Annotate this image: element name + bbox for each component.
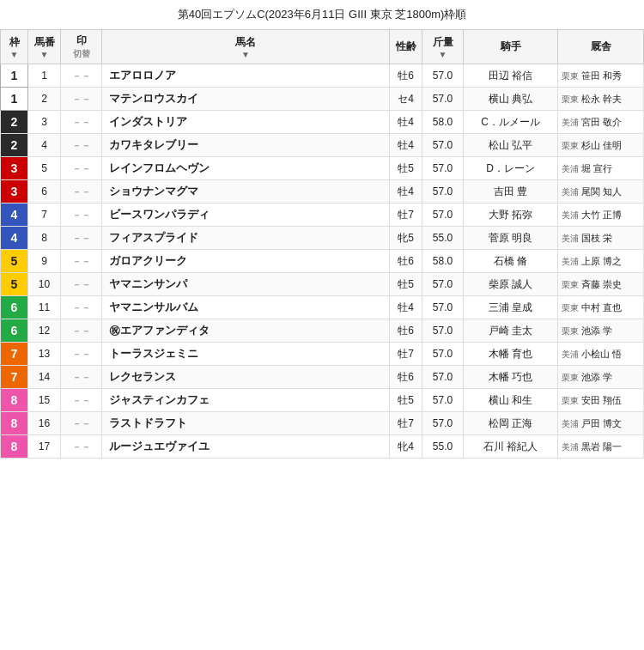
cell-basha: 栗東 池添 学 [558,366,644,389]
cell-uma: ショウナンマグマ [102,180,390,204]
cell-shirushi: －－ [61,319,102,343]
cell-seire: 牡4 [390,180,422,204]
cell-kishi: 横山 和生 [464,389,558,412]
cell-bango: 9 [28,250,61,273]
cell-seire: 牡7 [390,412,422,435]
cell-seire: 牡7 [390,343,422,366]
cell-waku: 3 [1,157,28,180]
cell-waku: 3 [1,180,28,204]
cell-uma: ヤマニンサンパ [102,273,390,296]
cell-waku: 1 [1,64,28,88]
race-table-wrapper: 枠 ▼ 馬番 ▼ 印 切替 馬名 ▼ 性齢 斤量 ▼ [0,29,644,459]
cell-basha: 栗東 杉山 佳明 [558,134,644,157]
cell-basha: 栗東 笹田 和秀 [558,64,644,88]
cell-basha: 栗東 中村 直也 [558,296,644,319]
cell-seire: 牡6 [390,319,422,343]
table-row: 6 12 －－ ㊗エアファンディタ 牡6 57.0 戸崎 圭太 栗東 池添 学 [1,319,644,343]
table-row: 1 2 －－ マテンロウスカイ セ4 57.0 横山 典弘 栗東 松永 幹夫 [1,88,644,111]
cell-kishi: 三浦 皇成 [464,296,558,319]
cell-kishi: 木幡 巧也 [464,366,558,389]
cell-shirushi: －－ [61,204,102,227]
header-kinryo: 斤量 ▼ [422,30,464,64]
cell-seire: 牡6 [390,366,422,389]
cell-uma: レインフロムヘヴン [102,157,390,180]
table-row: 8 17 －－ ルージュエヴァイユ 牝4 55.0 石川 裕紀人 美浦 黒岩 陽… [1,435,644,459]
cell-uma: ガロアクリーク [102,250,390,273]
cell-kinryo: 58.0 [422,111,464,134]
cell-basha: 美浦 宮田 敬介 [558,111,644,134]
cell-bango: 5 [28,157,61,180]
cell-kishi: D．レーン [464,157,558,180]
cell-waku: 2 [1,111,28,134]
cell-kinryo: 57.0 [422,319,464,343]
cell-shirushi: －－ [61,389,102,412]
cell-shirushi: －－ [61,157,102,180]
cell-basha: 美浦 大竹 正博 [558,204,644,227]
cell-uma: インダストリア [102,111,390,134]
cell-basha: 栗東 池添 学 [558,319,644,343]
header-shirushi: 印 切替 [61,30,102,64]
table-row: 3 6 －－ ショウナンマグマ 牡4 57.0 吉田 豊 美浦 尾関 知人 [1,180,644,204]
cell-kishi: 木幡 育也 [464,343,558,366]
race-table: 枠 ▼ 馬番 ▼ 印 切替 馬名 ▼ 性齢 斤量 ▼ [0,29,644,459]
cell-seire: 牡7 [390,204,422,227]
cell-shirushi: －－ [61,111,102,134]
cell-seire: 牡6 [390,250,422,273]
cell-uma: カワキタレブリー [102,134,390,157]
cell-seire: 牡4 [390,111,422,134]
table-row: 4 8 －－ フィアスプライド 牝5 55.0 菅原 明良 美浦 国枝 栄 [1,227,644,250]
cell-bango: 3 [28,111,61,134]
cell-seire: 牡5 [390,389,422,412]
cell-seire: 牝5 [390,227,422,250]
cell-uma: ジャスティンカフェ [102,389,390,412]
cell-basha: 美浦 国枝 栄 [558,227,644,250]
cell-kinryo: 58.0 [422,250,464,273]
cell-kishi: 大野 拓弥 [464,204,558,227]
table-row: 4 7 －－ ビースワンパラディ 牡7 57.0 大野 拓弥 美浦 大竹 正博 [1,204,644,227]
cell-kishi: 田辺 裕信 [464,64,558,88]
cell-kinryo: 57.0 [422,389,464,412]
cell-waku: 5 [1,250,28,273]
cell-uma: マテンロウスカイ [102,88,390,111]
cell-uma: フィアスプライド [102,227,390,250]
cell-bango: 2 [28,88,61,111]
cell-basha: 美浦 小桧山 悟 [558,343,644,366]
cell-bango: 16 [28,412,61,435]
cell-kishi: C．ルメール [464,111,558,134]
cell-basha: 美浦 黒岩 陽一 [558,435,644,459]
header-seire: 性齢 [390,30,422,64]
cell-bango: 6 [28,180,61,204]
cell-basha: 美浦 戸田 博文 [558,412,644,435]
cell-basha: 栗東 斉藤 崇史 [558,273,644,296]
cell-shirushi: －－ [61,273,102,296]
cell-seire: 牡5 [390,157,422,180]
table-row: 3 5 －－ レインフロムヘヴン 牡5 57.0 D．レーン 美浦 堀 宣行 [1,157,644,180]
table-row: 7 14 －－ レクセランス 牡6 57.0 木幡 巧也 栗東 池添 学 [1,366,644,389]
cell-shirushi: －－ [61,343,102,366]
cell-waku: 8 [1,389,28,412]
cell-waku: 1 [1,88,28,111]
cell-kinryo: 57.0 [422,412,464,435]
cell-uma: ヤマニンサルバム [102,296,390,319]
header-bango: 馬番 ▼ [28,30,61,64]
cell-bango: 8 [28,227,61,250]
header-basha: 厩舎 [558,30,644,64]
cell-shirushi: －－ [61,250,102,273]
cell-uma: ルージュエヴァイユ [102,435,390,459]
cell-kishi: 戸崎 圭太 [464,319,558,343]
header-uma: 馬名 ▼ [102,30,390,64]
cell-kinryo: 57.0 [422,296,464,319]
cell-kishi: 石橋 脩 [464,250,558,273]
cell-uma: ㊗エアファンディタ [102,319,390,343]
table-row: 5 10 －－ ヤマニンサンパ 牡5 57.0 柴原 誠人 栗東 斉藤 崇史 [1,273,644,296]
cell-basha: 美浦 堀 宣行 [558,157,644,180]
cell-kinryo: 57.0 [422,64,464,88]
table-row: 8 15 －－ ジャスティンカフェ 牡5 57.0 横山 和生 栗東 安田 翔伍 [1,389,644,412]
table-row: 2 3 －－ インダストリア 牡4 58.0 C．ルメール 美浦 宮田 敬介 [1,111,644,134]
cell-kishi: 柴原 誠人 [464,273,558,296]
cell-kishi: 石川 裕紀人 [464,435,558,459]
cell-seire: セ4 [390,88,422,111]
cell-waku: 6 [1,296,28,319]
table-row: 1 1 －－ エアロロノア 牡6 57.0 田辺 裕信 栗東 笹田 和秀 [1,64,644,88]
page-title: 第40回エプソムC(2023年6月11日 GIII 東京 芝1800m)枠順 [0,0,644,29]
